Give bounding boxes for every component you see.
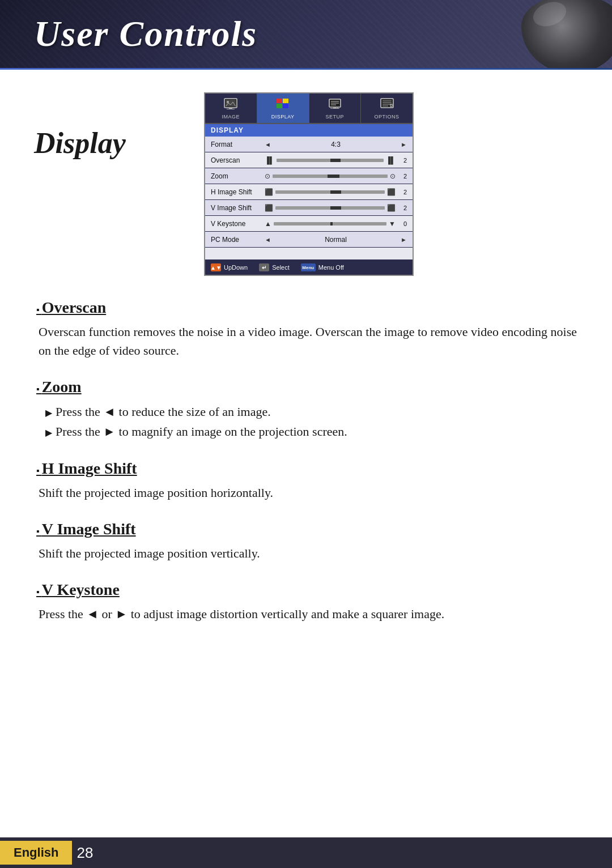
updown-icon: ▲▼ [211,263,221,271]
osd-footer-updown: ▲▼ UpDown [211,263,248,271]
h-shift-left-icon: ⬛ [265,188,273,196]
zoom-value: 2 [398,173,407,180]
display-tab-icon [276,98,290,112]
main-content: Display I [0,70,612,675]
osd-section-header: DISPLAY [205,124,413,137]
osd-row-h-image-shift: H Image Shift ⬛ ⬛ 2 [205,184,413,200]
footer-page-number: 28 [72,844,93,862]
osd-label-h-image-shift: H Image Shift [211,188,265,196]
svg-rect-2 [227,109,235,109]
osd-row-v-image-shift: V Image Shift ⬛ ⬛ 2 [205,200,413,216]
svg-rect-8 [283,104,288,108]
lens-decoration [521,0,612,68]
svg-rect-14 [333,108,337,108]
section-v-keystone: V Keystone Press the ◄ or ► to adjust im… [34,581,578,623]
osd-label-format: Format [211,141,265,148]
options-tab-icon [380,98,394,112]
osd-control-v-image-shift: ⬛ ⬛ 2 [265,204,407,212]
section-h-image-shift: H Image Shift Shift the projected image … [34,459,578,502]
display-section: Display I [34,92,578,276]
osd-label-zoom: Zoom [211,172,265,180]
select-label: Select [272,264,290,271]
osd-footer-menu-off: Menu Menu Off [301,263,344,271]
pc-mode-value: Normal [273,236,398,244]
osd-control-h-image-shift: ⬛ ⬛ 2 [265,188,407,196]
h-shift-value: 2 [398,189,407,195]
zoom-left-icon: ⊙ [265,172,270,180]
overscan-value: 2 [398,157,407,164]
zoom-slider[interactable] [273,175,388,178]
format-right-arrow[interactable]: ► [401,141,407,148]
page-title: User Controls [34,13,257,55]
setup-tab-icon [328,98,342,112]
osd-row-format: Format ◄ 4:3 ► [205,137,413,152]
select-icon: ↵ [259,263,269,271]
header-banner: User Controls [0,0,612,68]
menu-icon: Menu [301,263,316,271]
v-keystone-heading: V Keystone [34,581,578,599]
section-v-image-shift: V Image Shift Shift the projected image … [34,520,578,563]
zoom-bullet-2-text: Press the ► to magnify an image on the p… [56,422,347,441]
svg-rect-6 [283,99,288,103]
overscan-slider[interactable] [277,159,384,162]
v-shift-left-icon: ⬛ [265,204,273,212]
osd-row-pc-mode: PC Mode ◄ Normal ► [205,232,413,248]
image-tab-icon [224,98,237,112]
osd-menu: IMAGE DISPLAY [204,92,414,276]
osd-label-v-image-shift: V Image Shift [211,204,265,212]
keystone-right-icon: ▼ [389,220,396,228]
format-left-arrow[interactable]: ◄ [265,141,271,148]
zoom-right-icon: ⊙ [390,172,396,180]
pc-mode-left-arrow[interactable]: ◄ [265,236,271,243]
osd-control-zoom: ⊙ ⊙ 2 [265,172,407,180]
osd-tab-display-label: DISPLAY [271,114,295,120]
overscan-left-icon: ▐▌ [265,156,274,164]
osd-control-v-keystone: ▲ ▼ 0 [265,220,407,228]
svg-rect-15 [330,108,339,109]
osd-tab-options[interactable]: OPTIONS [361,93,413,123]
v-image-shift-body: Shift the projected image position verti… [34,544,578,563]
osd-row-overscan: Overscan ▐▌ ▐▌ 2 [205,152,413,168]
bullet-arrow-1: ▶ [45,406,52,420]
pc-mode-right-arrow[interactable]: ► [401,236,407,243]
zoom-bullet-1-text: Press the ◄ to reduce the size of an ima… [56,402,271,422]
osd-tab-image[interactable]: IMAGE [205,93,257,123]
osd-tab-display[interactable]: DISPLAY [257,93,309,123]
format-value: 4:3 [273,141,398,148]
osd-control-pc-mode: ◄ Normal ► [265,236,407,244]
svg-rect-3 [226,100,236,107]
section-zoom: Zoom ▶ Press the ◄ to reduce the size of… [34,378,578,441]
zoom-heading: Zoom [34,378,578,396]
overscan-heading: Overscan [34,299,578,317]
svg-rect-1 [229,108,232,109]
osd-tab-options-label: OPTIONS [375,114,400,120]
v-image-shift-heading: V Image Shift [34,520,578,538]
osd-empty-row [205,248,413,260]
osd-row-zoom: Zoom ⊙ ⊙ 2 [205,168,413,184]
svg-rect-7 [277,104,282,108]
osd-label-overscan: Overscan [211,156,265,164]
h-image-shift-heading: H Image Shift [34,459,578,478]
osd-tab-setup[interactable]: SETUP [309,93,362,123]
osd-row-v-keystone: V Keystone ▲ ▼ 0 [205,216,413,232]
h-shift-slider[interactable] [275,190,385,194]
zoom-bullet-list: ▶ Press the ◄ to reduce the size of an i… [34,402,578,441]
footer-language: English [0,841,72,865]
osd-label-pc-mode: PC Mode [211,236,265,244]
osd-tabs: IMAGE DISPLAY [205,93,413,124]
v-shift-slider[interactable] [275,206,385,210]
osd-control-format: ◄ 4:3 ► [265,141,407,148]
updown-label: UpDown [224,264,248,271]
osd-footer: ▲▼ UpDown ↵ Select Menu Menu Off [205,260,413,275]
keystone-value: 0 [398,220,407,227]
svg-point-4 [227,101,229,103]
osd-tab-setup-label: SETUP [326,114,345,120]
overscan-body: Overscan function removes the noise in a… [34,322,578,360]
osd-control-overscan: ▐▌ ▐▌ 2 [265,156,407,164]
osd-footer-select: ↵ Select [259,263,290,271]
v-keystone-body: Press the ◄ or ► to adjust image distort… [34,605,578,623]
page-footer: English 28 [0,837,612,868]
keystone-slider[interactable] [274,222,386,225]
v-shift-value: 2 [398,205,407,211]
keystone-left-icon: ▲ [265,220,271,228]
